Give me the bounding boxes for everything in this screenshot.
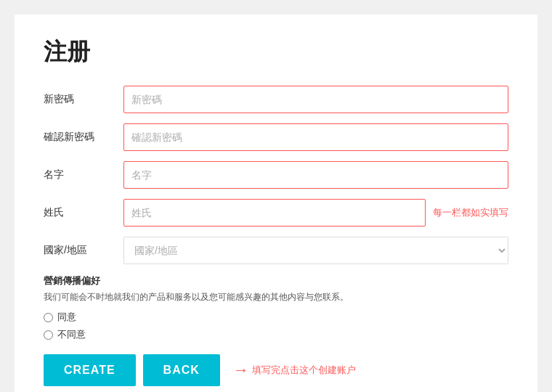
- confirm-password-row: 確認新密碼: [44, 123, 508, 151]
- back-button[interactable]: BACK: [143, 354, 220, 386]
- disagree-radio[interactable]: [44, 330, 53, 340]
- country-row: 國家/地區 國家/地區: [44, 237, 508, 264]
- create-button[interactable]: CREATE: [44, 354, 136, 386]
- country-label: 國家/地區: [44, 244, 123, 257]
- last-name-label: 姓氏: [44, 206, 123, 219]
- agree-label: 同意: [57, 311, 76, 324]
- page-title: 注册: [44, 36, 508, 68]
- agree-row: 同意: [44, 311, 508, 324]
- first-name-input[interactable]: [123, 161, 508, 189]
- marketing-title: 營銷傳播偏好: [44, 274, 508, 287]
- first-name-label: 名字: [44, 168, 123, 181]
- arrow-icon: →: [233, 361, 249, 380]
- country-select[interactable]: 國家/地區: [123, 237, 508, 264]
- registration-form: 注册 新密碼 確認新密碼 名字 姓氏 每一栏都如实填写 國家/地區 國家/地區 …: [15, 15, 537, 392]
- marketing-description: 我们可能会不时地就我们的产品和服务以及您可能感兴趣的其他内容与您联系。: [44, 290, 508, 303]
- disagree-label: 不同意: [57, 328, 86, 341]
- confirm-password-input[interactable]: [123, 123, 508, 151]
- agree-radio[interactable]: [44, 313, 53, 322]
- last-name-input[interactable]: [123, 199, 426, 226]
- buttons-row: CREATE BACK → 填写完点击这个创建账户: [44, 354, 508, 386]
- new-password-label: 新密碼: [44, 93, 123, 106]
- marketing-section: 營銷傳播偏好 我们可能会不时地就我们的产品和服务以及您可能感兴趣的其他内容与您联…: [44, 274, 508, 341]
- hint-container: → 填写完点击这个创建账户: [233, 361, 356, 380]
- confirm-password-label: 確認新密碼: [44, 131, 123, 144]
- new-password-input[interactable]: [123, 86, 508, 113]
- new-password-row: 新密碼: [44, 86, 508, 113]
- last-name-row: 姓氏 每一栏都如实填写: [44, 199, 508, 226]
- disagree-row: 不同意: [44, 328, 508, 341]
- hint-text: 填写完点击这个创建账户: [252, 364, 356, 377]
- validation-message: 每一栏都如实填写: [433, 206, 508, 219]
- first-name-row: 名字: [44, 161, 508, 189]
